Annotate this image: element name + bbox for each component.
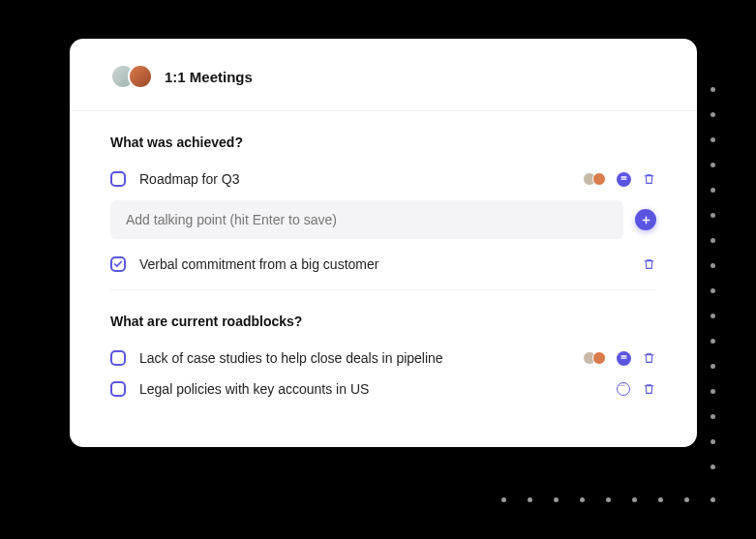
comment-outline-icon[interactable] (616, 381, 631, 397)
comment-icon[interactable] (616, 350, 631, 366)
trash-icon[interactable] (641, 381, 656, 397)
checkbox[interactable] (110, 381, 126, 397)
talking-point-text: Verbal commitment from a big customer (139, 256, 627, 272)
checkbox[interactable] (110, 256, 126, 272)
talking-point-text: Lack of case studies to help close deals… (139, 350, 569, 366)
section-roadblocks: What are current roadblocks? Lack of cas… (70, 290, 697, 404)
trash-icon[interactable] (641, 256, 656, 272)
row-actions (583, 171, 656, 187)
talking-point-row: Verbal commitment from a big customer (110, 249, 656, 280)
row-actions (583, 350, 656, 366)
section-title: What are current roadblocks? (110, 290, 656, 343)
assignee-avatars (583, 351, 606, 365)
comment-icon[interactable] (616, 171, 631, 187)
talking-point-row: Legal policies with key accounts in US (110, 374, 656, 404)
decoration-dots-horizontal (501, 497, 715, 502)
add-talking-point-row (110, 200, 656, 239)
row-actions (641, 256, 656, 272)
checkbox[interactable] (110, 350, 126, 366)
talking-point-input[interactable] (110, 200, 623, 239)
add-button[interactable] (635, 209, 656, 230)
talking-point-text: Roadmap for Q3 (139, 171, 569, 187)
section-achieved: What was achieved? Roadmap for Q3 (70, 111, 697, 290)
talking-point-row: Roadmap for Q3 (110, 164, 656, 195)
checkbox[interactable] (110, 171, 126, 187)
participant-avatars (110, 64, 153, 89)
page-title: 1:1 Meetings (165, 69, 253, 85)
decoration-dots-vertical (711, 87, 715, 469)
row-actions (616, 381, 656, 397)
talking-point-text: Legal policies with key accounts in US (139, 381, 602, 397)
avatar (128, 64, 153, 89)
meeting-card: 1:1 Meetings What was achieved? Roadmap … (70, 39, 697, 447)
trash-icon[interactable] (641, 350, 656, 366)
assignee-avatars (583, 172, 606, 186)
section-title: What was achieved? (110, 111, 656, 164)
card-header: 1:1 Meetings (70, 39, 697, 111)
trash-icon[interactable] (641, 171, 656, 187)
talking-point-row: Lack of case studies to help close deals… (110, 343, 656, 374)
